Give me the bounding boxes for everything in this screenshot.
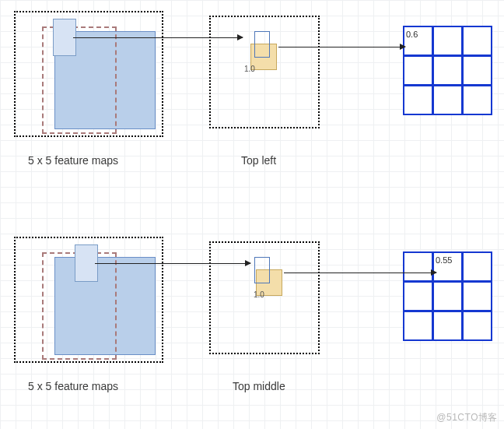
grid-cell-b6	[403, 311, 433, 341]
sliding-value-label-bottom: 1.0	[254, 290, 264, 299]
grid-cell-b8	[462, 311, 492, 341]
diagram-page: 5 x 5 feature maps 1.0 Top left 0.6 5 x …	[0, 0, 504, 429]
grid-cell-b1: 0.55	[432, 251, 463, 282]
grid-cell-6	[403, 85, 433, 115]
feature-map-panel-top	[14, 11, 163, 137]
crop-blue-outline	[254, 31, 270, 58]
grid-cell-b3	[403, 281, 433, 311]
arrow-mid-to-grid-bottom	[284, 273, 436, 273]
arrow-mid-to-grid-top	[278, 47, 405, 47]
grid-cell-b7	[432, 311, 463, 341]
crop-panel-bottom: 1.0	[209, 241, 320, 354]
grid-cell-5	[462, 55, 492, 86]
output-value-bottom: 0.55	[436, 255, 452, 265]
crop-caption-top: Top left	[241, 154, 276, 167]
grid-cell-8	[462, 85, 492, 115]
grid-cell-2	[462, 26, 492, 56]
output-grid-top: 0.6	[404, 26, 492, 115]
arrow-left-to-mid-bottom	[95, 263, 250, 264]
grid-cell-1	[432, 26, 463, 56]
crop-caption-bottom: Top middle	[233, 380, 285, 392]
grid-cell-3	[403, 55, 433, 86]
grid-cell-b4	[432, 281, 463, 311]
crop-panel-top: 1.0	[209, 16, 320, 128]
sliding-value-label-top: 1.0	[244, 65, 255, 73]
grid-cell-4	[432, 55, 463, 86]
watermark: @51CTO博客	[436, 411, 498, 424]
output-grid-bottom: 0.55	[404, 252, 492, 341]
feature-map-caption-top: 5 x 5 feature maps	[28, 154, 118, 167]
arrow-left-to-mid-top	[73, 37, 243, 38]
grid-cell-b5	[462, 281, 492, 311]
feature-map-caption-bottom: 5 x 5 feature maps	[28, 380, 118, 392]
grid-cell-0: 0.6	[403, 26, 433, 56]
crop-blue-outline-b	[254, 257, 270, 283]
output-value-top: 0.6	[406, 30, 418, 39]
grid-cell-b0	[403, 251, 433, 282]
grid-cell-7	[432, 85, 463, 115]
grid-cell-b2	[462, 251, 492, 282]
feature-map-panel-bottom	[14, 237, 163, 363]
